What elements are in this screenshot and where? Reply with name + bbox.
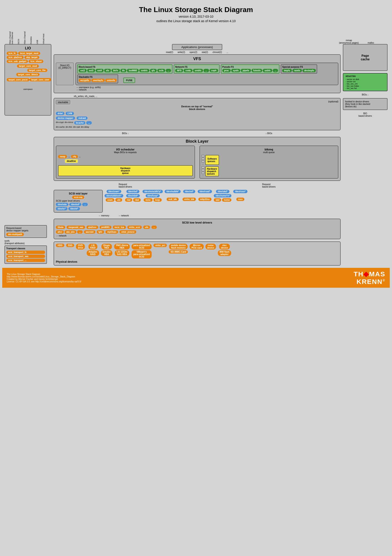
tcm-fc-badge: tcm_fc (7, 52, 17, 55)
ramfs-badge: ramfs (292, 69, 302, 72)
vfs-box: VFS Direct I/O(O_DIRECT) Block-based FS (54, 54, 341, 93)
syscall-chmod: chmod(2) (212, 51, 222, 54)
dev-rssd-badge: /dev/rssd* (198, 190, 212, 193)
para-virt-badge: para-virtualizedSCSI (132, 244, 152, 249)
sbp-target-badge: sbp_target (24, 56, 39, 59)
scsi-transport-ellipsis-badge: scsi_transport_... (6, 259, 45, 262)
stackable-fs-box: Stackable FS ecryptfs overlayfs unionfs (77, 74, 118, 83)
description-text: outlines the Linux storage stack as of K… (2, 19, 390, 23)
vfs-title: VFS (56, 57, 338, 61)
bcache-badge: bcache (74, 121, 85, 124)
network-label-ll: → network (56, 234, 338, 237)
megaraid-sas-badge: megaraid_sas (67, 226, 85, 229)
software-queues-box: Softwarequeues (205, 155, 219, 165)
bios-label-1: BIOs ↓ (122, 132, 129, 135)
dm-raid-label: dm-raid (73, 126, 80, 128)
usbfs-badge: usbfs (263, 69, 272, 72)
pseudo-fs-box: Pseudo FS proc sysfs pipefs futexfs usbf… (221, 64, 280, 74)
bios-label-2: ↓ BIOs (266, 132, 272, 135)
target-core-file-badge: target_core_file (27, 69, 47, 72)
footer-copyright: The Linux Storage Stack Diagram http://w… (7, 273, 81, 283)
label-usb: USB (36, 30, 38, 44)
vmware-para-badge: VMware'spara-virtualizedSCSI (132, 250, 152, 258)
sysfs-label: sysfs(transport attributes) (4, 240, 47, 245)
stacked-devices-title: Devices on top of "normal"block devices (56, 105, 338, 110)
ssd-item: SSD (66, 244, 74, 247)
dev-ellipsis-badge: ... (82, 203, 88, 206)
request-based-title: Request-baseddevice mapper targets (6, 227, 45, 232)
skd-col: /dev/skd* /dev/nvme*n* skd nvme (214, 190, 231, 202)
version-text: version 4.10, 2017-03-10 (2, 15, 390, 18)
dev-nulblk-badge: /dev/nulblk* (165, 190, 181, 193)
title-area: The Linux Storage Stack Diagram version … (2, 2, 390, 24)
dm-thin-label: dm-thin (66, 126, 72, 128)
rsxx-drv-badge: rsxx (236, 198, 245, 201)
nvme-drv-badge: nvme (222, 198, 231, 202)
maps-bios-label: Maps BIOs to requests (58, 151, 193, 154)
scsi-transport-fc-badge: scsi_transport_fc (6, 251, 45, 254)
lpfc-badge: lpfc (97, 230, 104, 234)
hw-dispatch-queue: Hardwaredispatchqueue (58, 165, 193, 176)
block-ellipsis-badge: ... (166, 69, 171, 72)
null-blk-drv-badge: null_blk (167, 198, 179, 201)
qla2xxx-badge: qla2xxx (86, 226, 98, 229)
hooked-drivers-text: hooked in device drivers(they hook in li… (345, 100, 370, 108)
stackable-label: stackable (56, 100, 70, 104)
target-core-mod-badge: target_core_mod (17, 64, 39, 68)
smbfs2-badge: smbfs (193, 69, 203, 72)
page-cache-label: Pagecache (361, 54, 370, 61)
label-virtual-host: Virtual Host (42, 26, 45, 44)
virtio-pci-badge: virtio_pci (153, 244, 167, 247)
dm-cache-label: dm-cache (56, 126, 65, 128)
dev-ubiblock-badge: /dev/ubiblock* (105, 194, 123, 197)
memory-label: → memory (98, 214, 109, 217)
userspace-label-lio: userspace (7, 88, 49, 90)
block-based-fs-label: Block-based FS (79, 66, 171, 68)
syscall-ellipsis: ... (226, 51, 228, 54)
ext4-badge: ext4 (96, 69, 104, 72)
tmpfs-badge: tmpfs (282, 69, 292, 72)
device-mapper-badge: device mapper (56, 116, 75, 120)
pmc-sierra-badge: PMC-SierraHBA (114, 244, 130, 249)
transport-classes-box: Transport classes scsi_transport_fc scsi… (4, 246, 47, 264)
dev-sd-badge: /dev/sd* (69, 203, 81, 206)
dev-st-badge: /dev/st* (68, 207, 80, 210)
lio-box: LIO tcm_fc iscsi_target_mod tcm_qla2xxx … (4, 44, 51, 116)
syscall-open: open(2) (190, 51, 197, 54)
dev-zram-badge: /dev/zram* (106, 190, 121, 193)
lsi-raid-item: LSIRAID AdaptecRAID (87, 244, 99, 256)
pipefs-badge: pipefs (241, 69, 251, 72)
dm-mirror-label: dm-mirror (65, 121, 73, 124)
smbfs-badge: smbfs (139, 69, 149, 72)
dev-nbd-badge: /dev/nbd* (126, 194, 140, 197)
hooked-drivers-box: hooked in device drivers(they hook in li… (343, 98, 388, 110)
dm-delay-label: dm-delay (81, 126, 89, 128)
blkmq-title: blkmq (202, 148, 336, 151)
hw-dispatch-queues-box: Hardwaredispatchqueues (205, 166, 219, 176)
virtio-blk-drv-badge: virtio_blk (182, 198, 196, 201)
scsi-mid-layer-box: SCSI mid layer scsi-mq SCSI upper level … (54, 190, 103, 213)
footer: The Linux Storage Stack Diagram http://w… (2, 268, 390, 288)
arrow-down-io2: ↓ (79, 155, 81, 158)
btrfs-badge: btrfs (112, 69, 120, 72)
virtio-scsi-badge: virtio_scsi (127, 226, 142, 229)
loop-drv-badge: loop (153, 198, 162, 202)
ufs-badge: ufs (143, 226, 150, 229)
dev-skd-badge: /dev/skd* (216, 190, 229, 193)
special-fs-label: Special purpose FS (282, 66, 316, 68)
label-fibre-channel: Fibre Channel (24, 26, 26, 44)
block-layer-box: Block Layer I/O scheduler Maps BIOs to r… (54, 137, 341, 181)
zram-drv-badge: zram (106, 198, 114, 202)
blkmq-box: blkmq multi queue ... Softwareq (199, 146, 339, 179)
left-side-panel: Request-baseddevice mapper targets dm-mu… (4, 225, 47, 264)
stec-item: stecdevice IBM flashadapter (218, 244, 231, 256)
mobile-flash-item: mobile deviceflash memory SD-/MMC-Card (169, 244, 188, 254)
pseudo-ellipsis-badge: ... (273, 69, 278, 72)
malloc-label: malloc (368, 42, 374, 44)
target-core-iblock-badge: target_core_iblock (16, 73, 40, 76)
ifs-badge: ifs (121, 69, 127, 72)
dev-vd-badge: /dev/vd* (183, 190, 195, 193)
fuse-box: FUSE (123, 77, 135, 83)
syscall-stat: stat(2) (202, 51, 208, 54)
qlogic-item: QlogicHBA EmulexHBA (101, 244, 113, 256)
